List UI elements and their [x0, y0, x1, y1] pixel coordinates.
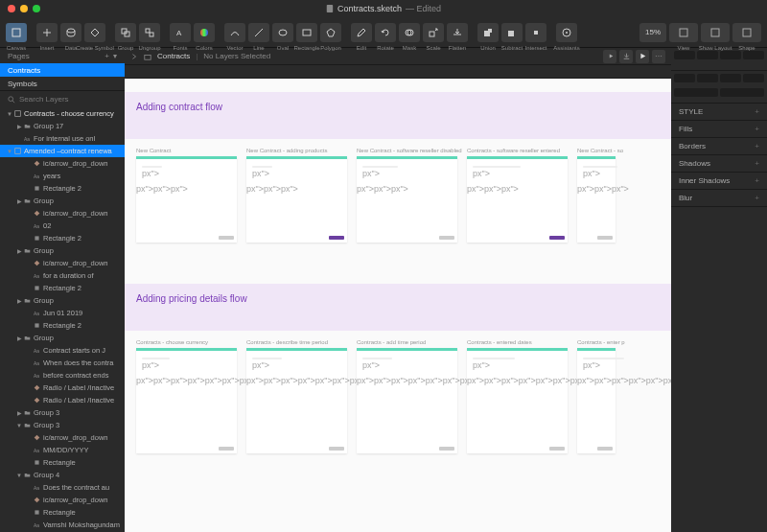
layer-row[interactable]: ▼Group 3	[0, 419, 125, 431]
artboard[interactable]: Contracts - choose currencypx">px">px">p…	[136, 348, 237, 453]
align-field[interactable]	[720, 51, 741, 59]
pos-field[interactable]	[697, 74, 718, 82]
add-icon[interactable]: +	[755, 142, 759, 150]
layer-row[interactable]: Aayears	[0, 170, 125, 182]
layer-row[interactable]: ic/arrow_drop_down	[0, 494, 125, 506]
disclosure-icon[interactable]: ▼	[15, 423, 23, 428]
layer-row[interactable]: Rectangle 2	[0, 319, 125, 332]
pos-field[interactable]	[674, 88, 718, 97]
artboard[interactable]: New Contractpx">px">px">px">	[136, 156, 237, 243]
layer-row[interactable]: AaVamshi Mokshagundam	[0, 519, 125, 531]
artboard[interactable]: New Contract - software reseller disable…	[357, 156, 457, 243]
create-symbol-tool[interactable]: Create Symbol	[84, 23, 105, 42]
insert-tool[interactable]: Insert	[36, 23, 58, 42]
artboard[interactable]: Contracts - enter ppx">px">px">px">px">p…	[577, 348, 616, 453]
layer-row[interactable]: AaFor internal use onl	[0, 132, 125, 145]
layer-row[interactable]: ic/arrow_drop_down	[0, 157, 125, 170]
intersect-tool[interactable]: Intersect	[525, 23, 546, 42]
disclosure-icon[interactable]: ▼	[6, 149, 13, 154]
layer-row[interactable]: Radio / Label /Inactive	[0, 382, 125, 394]
pos-field[interactable]	[720, 74, 741, 82]
polygon-tool[interactable]: Polygon	[320, 23, 341, 42]
more-icon[interactable]: ⋯	[652, 50, 665, 63]
inspector-section[interactable]: Inner Shadows+	[671, 173, 767, 190]
layer-row[interactable]: ▶Group	[0, 244, 125, 257]
add-icon[interactable]: +	[755, 125, 759, 133]
inspector-section[interactable]: Shadows+	[671, 155, 767, 173]
add-icon[interactable]: +	[755, 194, 759, 202]
page-item[interactable]: Symbols	[0, 77, 125, 90]
ungroup-tool[interactable]: Ungroup	[139, 23, 160, 42]
play-icon[interactable]	[636, 50, 649, 63]
home-icon[interactable]	[144, 53, 151, 60]
layer-row[interactable]: Aa02	[0, 220, 125, 232]
layer-row[interactable]: ic/arrow_drop_down	[0, 207, 125, 220]
rectangle-tool[interactable]: Rectangle	[296, 23, 317, 42]
layer-row[interactable]: Radio / Label /Inactive	[0, 394, 125, 406]
minimize-window[interactable]	[20, 5, 28, 12]
add-icon[interactable]: +	[755, 159, 759, 168]
layer-row[interactable]: Aafor a duration of	[0, 269, 125, 282]
breadcrumb[interactable]: Contracts	[157, 52, 190, 60]
assistants-tool[interactable]: Assistants	[556, 23, 577, 42]
page-item[interactable]: Contracts	[0, 63, 125, 77]
disclosure-icon[interactable]: ▶	[15, 123, 23, 129]
data-tool[interactable]: Data	[60, 23, 81, 42]
layer-row[interactable]: ▶Group	[0, 294, 125, 307]
scale-tool[interactable]: Scale	[423, 23, 444, 42]
viewLabel[interactable]: View	[669, 23, 698, 42]
layer-row[interactable]: Rectangle 2	[0, 182, 125, 195]
maximize-window[interactable]	[33, 5, 40, 12]
layer-row[interactable]: AaDoes the contract au	[0, 481, 125, 494]
add-page-icon[interactable]: +	[105, 52, 109, 60]
oval-tool[interactable]: Oval	[272, 23, 293, 42]
disclosure-icon[interactable]: ▼	[6, 111, 13, 117]
back-icon[interactable]	[130, 53, 138, 60]
inspector-section[interactable]: Blur+	[671, 190, 767, 207]
flatten-tool[interactable]: Flatten	[447, 23, 468, 42]
layer-row[interactable]: ▼Amended –contract renewa	[0, 145, 125, 157]
colors-tool[interactable]: Colors	[194, 23, 215, 42]
download-icon[interactable]	[619, 50, 633, 63]
inspector-section[interactable]: STYLE+	[671, 104, 767, 121]
artboard[interactable]: Contracts - entered datespx">px">px">px"…	[467, 348, 568, 453]
layer-row[interactable]: ▶Group 17	[0, 120, 125, 132]
mask-tool[interactable]: Mask	[399, 23, 420, 42]
layer-row[interactable]: Aabefore contract ends	[0, 369, 125, 382]
canvas-tool[interactable]: Canvas	[6, 23, 27, 42]
layer-row[interactable]: Rectangle 2	[0, 232, 125, 244]
layer-row[interactable]: ▶Group	[0, 195, 125, 207]
shapeLabel[interactable]: Shape	[732, 23, 761, 42]
layer-row[interactable]: ▶Group 3	[0, 406, 125, 419]
pos-field[interactable]	[743, 74, 764, 82]
union-tool[interactable]: Union	[477, 23, 499, 42]
prototype-mode-icon[interactable]	[603, 50, 616, 63]
layer-row[interactable]: Rectangle	[0, 506, 125, 519]
artboard[interactable]: Contracts - describe time periodpx">px">…	[246, 348, 347, 453]
disclosure-icon[interactable]: ▼	[15, 473, 23, 478]
align-field[interactable]	[697, 51, 718, 59]
fonts-tool[interactable]: AFonts	[170, 23, 191, 42]
layer-row[interactable]: Rectangle 2	[0, 282, 125, 294]
pos-field[interactable]	[674, 74, 695, 82]
artboard[interactable]: New Contract - sopx">px">px">px">	[577, 156, 616, 243]
canvas[interactable]: Adding contract flowNew Contractpx">px">…	[125, 79, 671, 532]
layer-row[interactable]: ▼Contracts - choose currency	[0, 107, 125, 120]
disclosure-icon[interactable]: ▶	[15, 247, 23, 254]
group-tool[interactable]: Group	[115, 23, 136, 42]
align-field[interactable]	[674, 51, 695, 59]
inspector-section[interactable]: Fills+	[671, 121, 767, 138]
layer-row[interactable]: AaWhen does the contra	[0, 357, 125, 369]
collapse-pages-icon[interactable]: ▾	[113, 52, 117, 60]
artboard[interactable]: New Contract - adding productspx">px">px…	[246, 156, 347, 243]
add-icon[interactable]: +	[755, 176, 759, 185]
zoom-display[interactable]: 15%Zoom	[639, 23, 666, 42]
disclosure-icon[interactable]: ▶	[15, 297, 23, 304]
close-window[interactable]	[8, 5, 15, 12]
layer-row[interactable]: Rectangle	[0, 456, 125, 469]
disclosure-icon[interactable]: ▶	[15, 197, 23, 204]
vector-tool[interactable]: Vector	[224, 23, 245, 42]
layer-row[interactable]: AaMM/DD/YYYY	[0, 444, 125, 456]
layer-row[interactable]: AaJun 01 2019	[0, 307, 125, 319]
disclosure-icon[interactable]: ▶	[15, 335, 23, 341]
